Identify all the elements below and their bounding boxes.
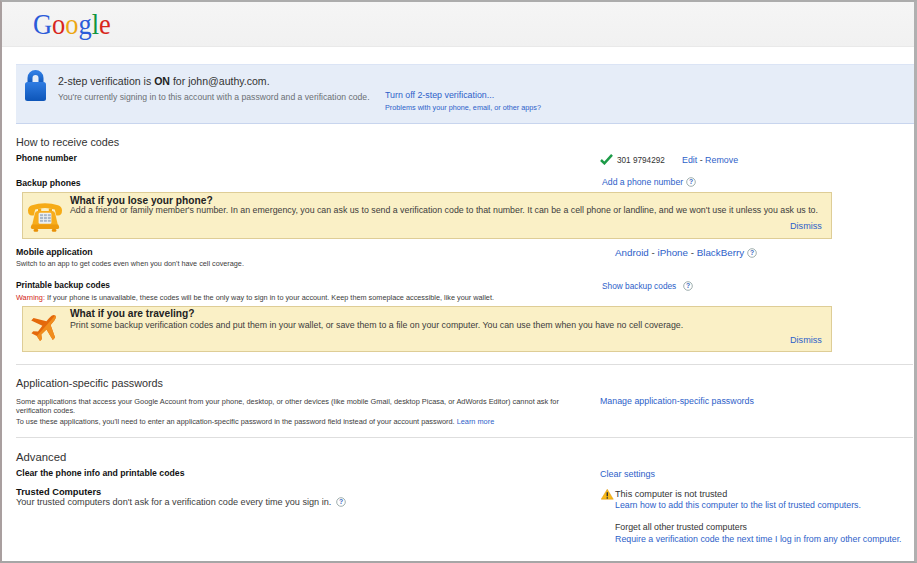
svg-text:?: ? [750,250,754,257]
svg-text:?: ? [689,179,693,186]
svg-text:?: ? [686,282,690,289]
svg-text:?: ? [339,499,343,506]
